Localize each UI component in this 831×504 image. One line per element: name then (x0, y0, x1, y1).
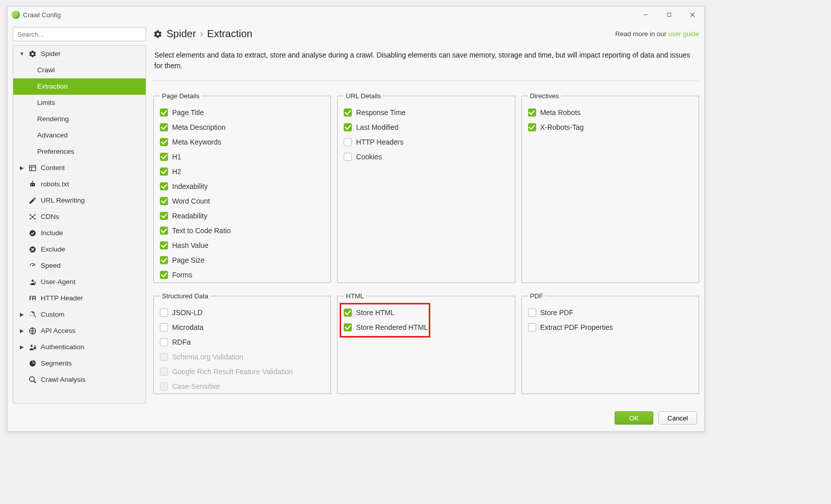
checkbox-box (160, 382, 168, 390)
checkbox-meta-keywords[interactable]: Meta Keywords (160, 134, 324, 149)
segments-icon (29, 359, 37, 368)
sidebar-item-advanced[interactable]: Advanced (13, 127, 146, 144)
sidebar-item-robots-txt[interactable]: ▶robots.txt (13, 176, 146, 192)
search-input[interactable] (13, 27, 146, 41)
sidebar-item-label: Advanced (37, 131, 68, 139)
group-legend: HTML (344, 292, 366, 300)
checkbox-rdfa[interactable]: RDFa (160, 334, 324, 349)
sidebar-item-limits[interactable]: Limits (13, 95, 146, 111)
sidebar-item-authentication[interactable]: ▶Authentication (13, 339, 146, 355)
ok-button[interactable]: OK (615, 411, 653, 425)
sidebar-item-crawl[interactable]: Crawl (13, 62, 146, 78)
checkbox-readability[interactable]: Readability (160, 208, 324, 223)
checkbox-word-count[interactable]: Word Count (160, 193, 324, 208)
minimize-button[interactable] (634, 7, 657, 22)
checkbox-label: Indexability (172, 182, 208, 190)
checkbox-label: Schema.org Validation (172, 353, 243, 361)
cancel-button[interactable]: Cancel (658, 411, 697, 425)
exclude-icon (29, 245, 37, 254)
sidebar-item-api-access[interactable]: ▶API Access (13, 323, 146, 339)
crawl-config-window: Crawl Config ▼SpiderCrawlExtractionLimit… (7, 6, 705, 432)
sidebar-item-user-agent[interactable]: ▶User-Agent (13, 274, 146, 290)
checkbox-store-html[interactable]: Store HTML (344, 305, 508, 320)
checkbox-cookies[interactable]: Cookies (344, 149, 508, 164)
checkbox-meta-robots[interactable]: Meta Robots (528, 105, 692, 120)
sidebar-item-spider[interactable]: ▼Spider (13, 46, 146, 62)
checkbox-label: Page Size (172, 256, 205, 264)
checkbox-box (160, 256, 168, 264)
sidebar-item-label: URL Rewriting (41, 197, 85, 204)
checkbox-json-ld[interactable]: JSON-LD (160, 305, 324, 320)
sidebar-item-label: Extraction (37, 82, 68, 90)
chevron-right-icon: ▶ (19, 165, 24, 171)
chevron-down-icon: ▼ (19, 51, 24, 57)
edit-icon (29, 197, 37, 205)
close-button[interactable] (681, 7, 704, 22)
breadcrumb: Spider › Extraction (153, 28, 253, 40)
speed-icon (29, 262, 37, 270)
sidebar-item-content[interactable]: ▶Content (13, 160, 146, 176)
checkbox-store-rendered-html[interactable]: Store Rendered HTML (344, 320, 508, 334)
checkbox-text-to-code-ratio[interactable]: Text to Code Ratio (160, 223, 324, 238)
checkbox-box (160, 227, 168, 235)
checkbox-forms[interactable]: Forms (160, 267, 324, 282)
user-guide-link[interactable]: user guide (668, 30, 699, 38)
checkbox-google-rich-result-feature-validation: Google Rich Result Feature Validation (160, 364, 324, 379)
checkbox-response-time[interactable]: Response Time (344, 105, 508, 120)
checkbox-box (344, 108, 352, 117)
checkbox-schema-org-validation: Schema.org Validation (160, 349, 324, 364)
sidebar-item-http-header[interactable]: ▶HTTP Header (13, 290, 146, 306)
checkbox-box (160, 353, 168, 361)
checkbox-box (160, 167, 168, 176)
sidebar-item-label: Preferences (37, 148, 74, 155)
checkbox-meta-description[interactable]: Meta Description (160, 120, 324, 134)
checkbox-h1[interactable]: H1 (160, 149, 324, 164)
checkbox-http-headers[interactable]: HTTP Headers (344, 134, 508, 149)
api-icon (29, 327, 37, 335)
checkbox-box (160, 123, 168, 131)
checkbox-label: Microdata (172, 323, 203, 331)
sidebar-item-label: Limits (37, 99, 55, 106)
checkbox-page-title[interactable]: Page Title (160, 105, 324, 120)
chevron-right-icon: ▶ (19, 344, 24, 350)
checkbox-box (528, 323, 536, 331)
checkbox-box (528, 123, 536, 131)
sidebar-item-extraction[interactable]: Extraction (13, 78, 146, 95)
checkbox-h2[interactable]: H2 (160, 164, 324, 179)
sidebar-item-label: API Access (41, 327, 75, 334)
sidebar-item-exclude[interactable]: ▶Exclude (13, 241, 146, 258)
checkbox-label: H2 (172, 167, 181, 176)
checkbox-label: Readability (172, 212, 207, 220)
checkbox-label: JSON-LD (172, 309, 203, 317)
checkbox-extract-pdf-properties[interactable]: Extract PDF Properties (528, 320, 692, 334)
checkbox-last-modified[interactable]: Last Modified (344, 120, 508, 134)
checkbox-store-pdf[interactable]: Store PDF (528, 305, 692, 320)
checkbox-box (160, 241, 168, 249)
checkbox-indexability[interactable]: Indexability (160, 179, 324, 193)
sidebar-item-label: Exclude (41, 245, 65, 253)
main-panel: Spider › Extraction Read more in our use… (153, 27, 699, 404)
sidebar-item-custom[interactable]: ▶Custom (13, 306, 146, 323)
checkbox-box (528, 108, 536, 117)
chevron-right-icon: ▶ (19, 312, 24, 317)
content-icon (29, 164, 37, 172)
sidebar-item-url-rewriting[interactable]: ▶URL Rewriting (13, 192, 146, 209)
checkbox-box (160, 212, 168, 220)
sidebar-item-rendering[interactable]: Rendering (13, 111, 146, 127)
sidebar-item-segments[interactable]: ▶Segments (13, 355, 146, 372)
sidebar-item-include[interactable]: ▶Include (13, 225, 146, 241)
sidebar-item-cdns[interactable]: ▶CDNs (13, 209, 146, 225)
sidebar-item-label: Rendering (37, 115, 69, 123)
checkbox-hash-value[interactable]: Hash Value (160, 238, 324, 253)
maximize-button[interactable] (657, 7, 681, 22)
checkbox-microdata[interactable]: Microdata (160, 320, 324, 334)
sidebar-item-preferences[interactable]: Preferences (13, 144, 146, 160)
checkbox-x-robots-tag[interactable]: X-Robots-Tag (528, 120, 692, 134)
checkbox-page-size[interactable]: Page Size (160, 253, 324, 267)
sidebar-item-label: User-Agent (41, 278, 75, 286)
checkbox-label: Word Count (172, 197, 210, 205)
sidebar-item-crawl-analysis[interactable]: ▶Crawl Analysis (13, 372, 146, 388)
svg-rect-1 (668, 13, 671, 17)
sidebar-item-label: HTTP Header (41, 294, 83, 302)
sidebar-item-speed[interactable]: ▶Speed (13, 258, 146, 274)
